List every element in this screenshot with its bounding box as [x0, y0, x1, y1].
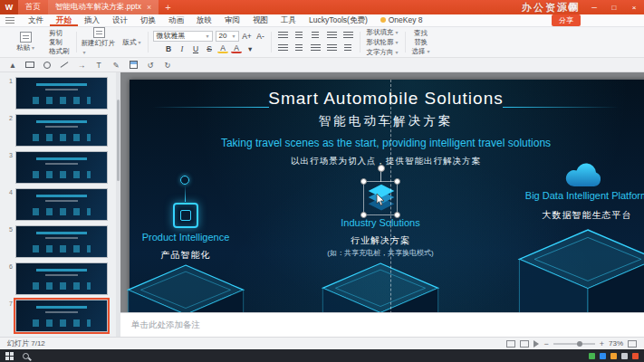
tray-icon[interactable]	[610, 353, 617, 359]
replace-button[interactable]: 替换	[412, 38, 429, 46]
menu-slideshow[interactable]: 放映	[190, 14, 218, 26]
align-right-button[interactable]	[309, 43, 322, 54]
menu-view[interactable]: 视图	[246, 14, 274, 26]
menu-transition[interactable]: 切换	[134, 14, 162, 26]
columns-button[interactable]	[341, 43, 355, 54]
close-button[interactable]: ×	[624, 0, 644, 14]
tray-icon[interactable]	[632, 353, 639, 359]
slide-thumbnail[interactable]	[15, 114, 108, 147]
slide-title-en[interactable]: Smart Automobile Solutions	[130, 89, 642, 109]
rotation-handle[interactable]	[378, 165, 385, 172]
slide-sorter-view-icon[interactable]	[520, 340, 529, 348]
zoom-slider[interactable]	[553, 343, 595, 345]
item-label-en[interactable]: Big Data Intelligent Platform	[460, 190, 644, 201]
decrease-font-button[interactable]: A-	[255, 31, 266, 42]
new-tab-button[interactable]: +	[159, 2, 177, 13]
slide-thumbnail[interactable]	[15, 225, 108, 258]
textbox-tool-icon[interactable]: T	[93, 60, 104, 71]
slide-thumbnail[interactable]	[15, 188, 108, 221]
format-painter-button[interactable]: 格式刷	[47, 47, 72, 55]
thumbnail-row[interactable]: 3	[2, 151, 120, 184]
tray-icon[interactable]	[600, 353, 606, 359]
align-center-button[interactable]	[293, 43, 306, 54]
strikethrough-button[interactable]: S	[204, 43, 215, 54]
menu-home[interactable]: 开始	[50, 14, 78, 26]
big-data-cloud-icon[interactable]	[562, 159, 611, 192]
zoom-slider-thumb[interactable]	[577, 341, 582, 347]
shape-fill-button[interactable]: 形状填充▾	[365, 28, 400, 37]
menu-animation[interactable]: 动画	[162, 14, 190, 26]
numbering-button[interactable]	[293, 31, 306, 42]
fill-color-icon[interactable]	[128, 60, 139, 71]
justify-button[interactable]	[325, 43, 339, 54]
rectangle-tool-icon[interactable]	[24, 60, 35, 71]
slide-tagline-en[interactable]: Taking travel scenes as the start, provi…	[130, 137, 642, 149]
redo-icon[interactable]: ↻	[162, 60, 173, 71]
undo-icon[interactable]: ↺	[145, 60, 156, 71]
menu-review[interactable]: 审阅	[218, 14, 246, 26]
item-label-zh[interactable]: 大数据智能生态平台	[460, 209, 644, 222]
menu-insert[interactable]: 插入	[78, 14, 106, 26]
menu-luckytools[interactable]: LuckyTools(免费)	[303, 14, 374, 26]
home-tab[interactable]: 首页	[18, 0, 48, 14]
bold-button[interactable]: B	[163, 43, 174, 54]
select-button[interactable]: 选择▾	[410, 47, 432, 56]
increase-indent-button[interactable]	[325, 31, 339, 42]
item-note[interactable]: (如：共享充电桩，共享换电模式)	[254, 248, 507, 258]
fit-slide-icon[interactable]	[628, 340, 637, 348]
normal-view-icon[interactable]	[506, 340, 515, 348]
slide-canvas[interactable]: Smart Automobile Solutions 智能电动车解决方案 Tak…	[130, 80, 644, 312]
taskbar-search-icon[interactable]	[23, 353, 29, 359]
minimize-button[interactable]: ─	[584, 0, 604, 14]
font-size-select[interactable]: 20▾	[216, 31, 239, 42]
italic-button[interactable]: I	[177, 43, 187, 54]
thumbnail-row[interactable]: 6	[2, 262, 120, 295]
share-button[interactable]: 分享	[552, 14, 581, 26]
item-label-zh[interactable]: 行业解决方案	[254, 234, 507, 247]
slideshow-view-icon[interactable]	[533, 340, 539, 348]
slide-thumbnail-selected[interactable]	[15, 300, 108, 332]
hamburger-menu-icon[interactable]	[5, 17, 14, 24]
ellipse-tool-icon[interactable]	[42, 60, 53, 71]
selection-handle[interactable]	[394, 178, 400, 185]
new-slide-button[interactable]: 新建幻灯片▾	[82, 27, 118, 57]
find-button[interactable]: 查找	[412, 29, 429, 37]
notes-pane[interactable]: 单击此处添加备注	[120, 312, 644, 337]
increase-font-button[interactable]: A+	[242, 31, 253, 42]
editing-canvas[interactable]: Smart Automobile Solutions 智能电动车解决方案 Tak…	[120, 72, 644, 312]
pen-tool-icon[interactable]: ✎	[111, 60, 121, 71]
slide-thumbnail[interactable]	[15, 262, 108, 295]
thumbnail-row[interactable]: 4	[2, 188, 120, 221]
maximize-button[interactable]: □	[604, 0, 624, 14]
zoom-level[interactable]: 73%	[609, 339, 623, 348]
slide-title-zh[interactable]: 智能电动车解决方案	[130, 113, 642, 129]
highlight-color-button[interactable]: A	[217, 43, 228, 53]
shape-outline-button[interactable]: 形状轮廓▾	[365, 38, 400, 47]
underline-button[interactable]: U	[190, 43, 201, 54]
product-intelligence-icon[interactable]	[173, 203, 198, 228]
line-tool-icon[interactable]	[59, 60, 70, 71]
paste-button[interactable]: 粘贴▾	[7, 32, 43, 52]
cut-button[interactable]: 剪切	[47, 29, 72, 37]
menu-design[interactable]: 设计	[106, 14, 134, 26]
thumbnail-row[interactable]: 2	[2, 114, 120, 147]
start-button-icon[interactable]	[5, 352, 14, 360]
thumbnail-row[interactable]: 1	[2, 77, 120, 110]
zoom-in-button[interactable]: +	[600, 339, 604, 348]
select-cursor-icon[interactable]: ▲	[7, 60, 18, 71]
tray-icon[interactable]	[621, 353, 628, 359]
notes-placeholder[interactable]: 单击此处添加备注	[131, 319, 200, 331]
copy-button[interactable]: 复制	[47, 38, 72, 46]
decrease-indent-button[interactable]	[309, 31, 322, 42]
menu-file[interactable]: 文件	[22, 14, 50, 26]
arrow-tool-icon[interactable]: →	[76, 60, 87, 71]
wps-logo[interactable]: W	[0, 0, 18, 14]
document-tab[interactable]: 智能电动车解决方案.pptx ×	[48, 0, 159, 14]
isometric-platform-left[interactable]	[126, 261, 245, 312]
slide-thumbnail[interactable]	[15, 151, 108, 184]
font-name-select[interactable]: 微软雅黑▾	[153, 31, 213, 42]
isometric-platform-middle[interactable]	[321, 259, 440, 312]
isometric-platform-right[interactable]	[517, 224, 644, 312]
zoom-out-button[interactable]: −	[543, 339, 548, 348]
thumbnail-row[interactable]: 5	[2, 225, 120, 258]
